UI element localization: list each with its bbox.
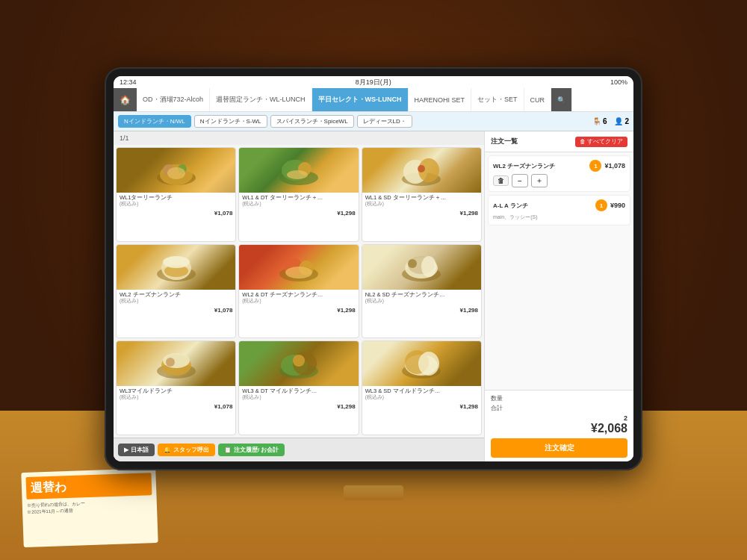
order-item-2-name: A-L A ランチ [493, 202, 592, 210]
pagination-label: 1/1 [120, 134, 129, 142]
menu-item-9-image [362, 341, 481, 386]
menu-item-2-name: WL1 & DT ターリーランチ＋… [242, 194, 355, 201]
order-item-2-price: ¥990 [610, 202, 625, 209]
receipt-icon: 📋 [224, 447, 232, 453]
menu-item-4-image [117, 245, 235, 290]
order-item-1-decrease[interactable]: − [512, 174, 528, 187]
order-panel: 注文一覧 🗑 すべてクリア WL2 チーズナンランチ 1 ¥1,078 [484, 131, 633, 461]
paper-note: 週替わ ※売り切れの場合は、カレー ※2021年11月～の週替 [21, 468, 158, 547]
tab-cur[interactable]: CUR [524, 88, 552, 111]
order-item-1-delete[interactable]: 🗑 [493, 175, 509, 186]
language-button[interactable]: ▶ 日本語 [118, 444, 155, 456]
order-panel-header: 注文一覧 🗑 すべてクリア [485, 131, 633, 152]
tab-alcoh[interactable]: OD・酒場732-Alcoh [137, 88, 210, 111]
home-button[interactable]: 🏠 [114, 88, 137, 111]
bill-button[interactable]: 📋 注文履歴/ お会計 [218, 444, 285, 456]
menu-item-6-price: ¥1,298 [362, 306, 481, 315]
language-icon: ▶ [124, 447, 128, 453]
menu-item-8-name: WL3 & DT マイルドランチ… [242, 388, 355, 394]
clear-all-button[interactable]: 🗑 すべてクリア [575, 137, 627, 147]
seat-info: 🪑 6 👤 2 [592, 117, 629, 125]
menu-item-1[interactable]: WL1ターリーランチ (税込み) ¥1,078 [116, 147, 236, 242]
tablet-stand [344, 485, 403, 500]
staff-call-button[interactable]: 🔔 スタッフ呼出 [158, 444, 215, 456]
svg-point-29 [166, 358, 175, 367]
cat-tab-n-wl[interactable]: Nインドランチ・N/WL [118, 115, 191, 128]
qty-label: 数量 [491, 394, 503, 402]
category-tabs-row: Nインドランチ・N/WL Nインドランチ・S-WL スパイスランチ・SpiceW… [114, 112, 633, 131]
top-navigation: 🏠 OD・酒場732-Alcoh 週替固定ランチ・WL-LUNCH 平日セレクト… [114, 88, 633, 112]
menu-item-6[interactable]: NL2 & SD チーズナンランチ… (税込み) ¥1,298 [362, 244, 482, 339]
menu-item-5[interactable]: WL2 & DT チーズナンランチ… (税込み) ¥1,298 [238, 244, 359, 339]
menu-item-2-price: ¥1,298 [239, 209, 358, 218]
menu-item-7-price: ¥1,078 [117, 402, 235, 411]
menu-item-3-sub: (税込み) [365, 201, 478, 208]
menu-item-4[interactable]: WL2 チーズナンランチ (税込み) ¥1,078 [116, 244, 236, 339]
main-content-area: 1/1 [114, 131, 633, 461]
tablet-screen: 12:34 8月19日(月) 100% 🏠 OD・酒場732-Alcoh 週替固… [114, 76, 633, 461]
status-bar: 12:34 8月19日(月) 100% [114, 76, 633, 88]
svg-point-37 [418, 352, 439, 376]
menu-item-7-sub: (税込み) [120, 394, 232, 401]
total-price: ¥2,068 [591, 422, 627, 435]
menu-item-1-name: WL1ターリーランチ [120, 194, 232, 201]
menu-item-2-sub: (税込み) [242, 201, 355, 208]
table-number-badge: 🪑 6 [592, 117, 607, 125]
svg-point-33 [293, 355, 305, 367]
menu-item-9[interactable]: WL3 & SD マイルドランチ… (税込み) ¥1,298 [362, 340, 482, 435]
menu-item-6-name: NL2 & SD チーズナンランチ… [365, 291, 478, 298]
menu-item-2[interactable]: WL1 & DT ターリーランチ＋… (税込み) ¥1,298 [238, 147, 359, 242]
order-panel-title: 注文一覧 [491, 137, 518, 146]
menu-item-7-name: WL3マイルドランチ [120, 388, 232, 394]
tab-wl-lunch[interactable]: 週替固定ランチ・WL-LUNCH [210, 88, 312, 111]
menu-item-8-price: ¥1,298 [239, 402, 358, 411]
menu-item-9-sub: (税込み) [365, 394, 478, 401]
tab-set[interactable]: セット・SET [471, 88, 524, 111]
menu-grid-area: 1/1 [114, 131, 484, 461]
menu-item-4-price: ¥1,078 [117, 306, 235, 315]
order-item-1-qty-badge: 1 [589, 160, 601, 172]
order-item-2-qty-badge: 1 [595, 199, 607, 211]
svg-point-16 [163, 256, 190, 268]
svg-point-25 [421, 256, 436, 277]
menu-item-7-image [117, 341, 235, 386]
status-date: 8月19日(月) [356, 78, 391, 87]
menu-item-8-image [239, 341, 358, 386]
tab-ws-lunch[interactable]: 平日セレクト・WS-LUNCH [312, 88, 409, 111]
svg-point-4 [167, 167, 185, 179]
confirm-order-button[interactable]: 注文確定 [491, 438, 627, 458]
total-label: 合計 [491, 404, 503, 412]
menu-item-8[interactable]: WL3 & DT マイルドランチ… (税込み) ¥1,298 [238, 340, 359, 435]
menu-item-5-image [239, 245, 358, 290]
menu-item-3[interactable]: WL1 & SD ターリーランチ＋… (税込み) ¥1,298 [362, 147, 482, 242]
status-time: 12:34 [120, 78, 137, 86]
cat-tab-spice-wl[interactable]: スパイスランチ・SpiceWL [270, 115, 354, 128]
order-item-1-price: ¥1,078 [604, 162, 625, 169]
order-summary: 数量 合計 2 ¥2,068 注文確定 [485, 390, 633, 461]
cat-tab-ladies-ld[interactable]: レディースLD・ [357, 115, 412, 128]
status-battery: 100% [610, 78, 627, 86]
menu-item-9-name: WL3 & SD マイルドランチ… [365, 388, 478, 394]
menu-item-1-price: ¥1,078 [117, 209, 235, 218]
search-button[interactable]: 🔍 [551, 88, 572, 111]
menu-item-6-image [362, 245, 481, 290]
trash-icon: 🗑 [580, 138, 586, 145]
svg-point-24 [408, 259, 417, 268]
menu-item-5-price: ¥1,298 [239, 306, 358, 315]
menu-item-1-sub: (税込み) [120, 201, 232, 208]
order-item-1-name: WL2 チーズナンランチ [493, 162, 586, 170]
svg-point-12 [418, 165, 425, 172]
paper-note-text: 週替わ [31, 479, 67, 497]
svg-point-8 [287, 170, 308, 179]
total-qty: 2 [591, 414, 627, 422]
order-item-1: WL2 チーズナンランチ 1 ¥1,078 🗑 − ＋ [488, 155, 630, 192]
bottom-action-bar: ▶ 日本語 🔔 スタッフ呼出 📋 注文履歴/ お会計 [114, 438, 484, 461]
tab-harenohi[interactable]: HARENOHI SET [409, 88, 472, 111]
menu-item-5-name: WL2 & DT チーズナンランチ… [242, 291, 355, 298]
menu-item-3-name: WL1 & SD ターリーランチ＋… [365, 194, 478, 201]
svg-point-20 [285, 267, 312, 279]
menu-item-4-sub: (税込み) [120, 298, 232, 305]
cat-tab-s-wl[interactable]: Nインドランチ・S-WL [194, 115, 267, 128]
order-item-1-increase[interactable]: ＋ [531, 174, 548, 187]
menu-item-7[interactable]: WL3マイルドランチ (税込み) ¥1,078 [116, 340, 236, 435]
